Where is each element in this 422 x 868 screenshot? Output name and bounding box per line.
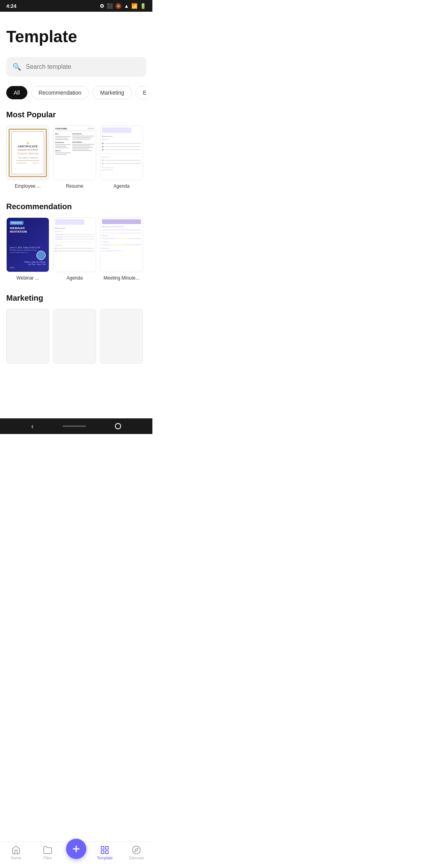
template-agenda-name: Agenda <box>100 183 143 190</box>
template-meeting-thumb: [Meeting name]meeting minutes Discussion… <box>100 217 143 272</box>
template-resume[interactable]: YOUR NAME PROFILE INFO EXPERTISE <box>53 126 96 190</box>
search-bar[interactable]: 🔍 <box>6 57 146 77</box>
template-marketing-2-thumb <box>53 309 96 364</box>
status-time: 4:24 <box>6 3 16 9</box>
template-agenda-thumb: Meeting name Agenda items: Additional it… <box>100 126 143 180</box>
template-agenda2-thumb: Meeting name Agenda Items <box>53 217 96 272</box>
marketing-section: Marketing <box>6 294 146 367</box>
marketing-title: Marketing <box>6 294 146 303</box>
recents-button[interactable] <box>115 423 121 429</box>
template-marketing-3-thumb <box>100 309 143 364</box>
screenshot-icon: ⬛ <box>107 3 113 9</box>
template-agenda2-name: Agenda <box>53 275 96 282</box>
tab-education[interactable]: Education <box>136 86 146 99</box>
template-webinar[interactable]: WEBINAR WEBINARINVITATION June 11, 2021,… <box>6 217 49 282</box>
tab-recommendation[interactable]: Recommendation <box>31 86 89 99</box>
back-button[interactable]: ‹ <box>31 422 34 430</box>
tab-marketing[interactable]: Marketing <box>93 86 131 99</box>
template-agenda[interactable]: Meeting name Agenda items: Additional it… <box>100 126 143 190</box>
template-agenda2[interactable]: Meeting name Agenda Items <box>53 217 96 282</box>
template-meeting-name: Meeting Minute... <box>100 275 143 282</box>
main-content: Template 🔍 All Recommendation Marketing … <box>0 12 152 418</box>
mute-icon: 🔕 <box>115 3 122 9</box>
template-webinar-thumb: WEBINAR WEBINARINVITATION June 11, 2021,… <box>6 217 49 272</box>
recommendation-section: Recommendation WEBINAR WEBINARINVITATION… <box>6 202 146 282</box>
settings-icon: ⚙ <box>100 3 104 9</box>
most-popular-grid: 🏆 CERTIFICATE Employee of the Month Chia… <box>6 126 146 190</box>
template-marketing-3[interactable] <box>100 309 143 367</box>
signal-icon: 📶 <box>131 3 138 9</box>
template-employee-name: Employee ... <box>6 183 49 190</box>
template-employee-thumb: 🏆 CERTIFICATE Employee of the Month Chia… <box>6 126 49 180</box>
battery-icon: 🔋 <box>140 3 146 9</box>
template-meeting[interactable]: [Meeting name]meeting minutes Discussion… <box>100 217 143 282</box>
tab-all[interactable]: All <box>6 86 27 99</box>
template-resume-name: Resume <box>53 183 96 190</box>
page-title: Template <box>6 27 146 46</box>
home-pill[interactable] <box>63 425 86 427</box>
status-bar: 4:24 ⚙ ⬛ 🔕 ▲ 📶 🔋 <box>0 0 152 12</box>
recommendation-title: Recommendation <box>6 202 146 211</box>
most-popular-title: Most Popular <box>6 110 146 119</box>
template-resume-thumb: YOUR NAME PROFILE INFO EXPERTISE <box>53 126 96 180</box>
search-input[interactable] <box>26 63 140 70</box>
wifi-icon: ▲ <box>124 3 129 9</box>
template-webinar-name: Webinar ... <box>6 275 49 282</box>
category-tabs: All Recommendation Marketing Education <box>6 86 146 99</box>
template-marketing-1-thumb <box>6 309 49 364</box>
system-nav: ‹ <box>0 418 152 434</box>
template-employee[interactable]: 🏆 CERTIFICATE Employee of the Month Chia… <box>6 126 49 190</box>
recommendation-grid: WEBINAR WEBINARINVITATION June 11, 2021,… <box>6 217 146 282</box>
template-marketing-2[interactable] <box>53 309 96 367</box>
marketing-grid <box>6 309 146 367</box>
search-icon: 🔍 <box>13 63 21 71</box>
template-marketing-1[interactable] <box>6 309 49 367</box>
status-icons: ⚙ ⬛ 🔕 ▲ 📶 🔋 <box>100 3 146 9</box>
most-popular-section: Most Popular 🏆 CERTIFICATE Employee of t… <box>6 110 146 190</box>
